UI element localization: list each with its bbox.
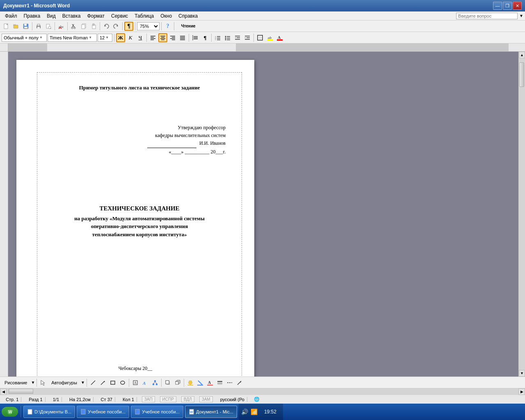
save-button[interactable]: [21, 22, 30, 31]
bold-button[interactable]: Ж: [116, 33, 125, 42]
textbox-button[interactable]: A: [131, 378, 140, 387]
autoshapes-button[interactable]: Автофигуры: [48, 378, 80, 387]
align-justify-button[interactable]: [178, 33, 187, 42]
search-dropdown-icon[interactable]: ▼: [519, 14, 523, 18]
svg-text:A: A: [142, 381, 146, 386]
help-search-input[interactable]: [456, 13, 518, 19]
menu-table[interactable]: Таблица: [131, 12, 157, 20]
drawing-dropdown-icon[interactable]: ▼: [31, 380, 35, 385]
print-button[interactable]: [34, 22, 43, 31]
autoshapes-dropdown-icon[interactable]: ▼: [81, 380, 85, 385]
taskbar-item-1[interactable]: Учебное пособи...: [77, 406, 129, 418]
tray-icon-1[interactable]: 🔊: [241, 409, 248, 415]
align-left-button[interactable]: [148, 33, 158, 42]
style-dropdown-icon[interactable]: ▼: [39, 36, 43, 39]
taskbar: W D:\Документы В... Учебное пособи... Уч…: [0, 404, 525, 420]
oval-tool-button[interactable]: [118, 378, 127, 387]
italic-button[interactable]: К: [126, 33, 135, 42]
redo-button[interactable]: [112, 22, 121, 31]
dash-style-button[interactable]: [225, 378, 234, 387]
undo-button[interactable]: [102, 22, 111, 31]
line-style-button[interactable]: [215, 378, 224, 387]
rectangle-tool-button[interactable]: [108, 378, 117, 387]
font-selector[interactable]: Times New Roman ▼: [48, 34, 97, 42]
line-tool-button[interactable]: [89, 378, 98, 387]
taskbar-item-3[interactable]: W Документ1 - Mic...: [185, 406, 237, 418]
close-button[interactable]: ✕: [513, 2, 522, 10]
show-formatting-button[interactable]: ¶: [201, 33, 210, 42]
scroll-up-button[interactable]: ▲: [519, 52, 525, 58]
tray-icon-2[interactable]: 📶: [251, 409, 258, 415]
zoom-select[interactable]: 75% 100% 150%: [137, 22, 160, 30]
svg-rect-70: [267, 39, 273, 41]
fill-color-button[interactable]: [186, 378, 195, 387]
restore-button[interactable]: ❐: [503, 2, 512, 10]
minimize-button[interactable]: —: [493, 2, 502, 10]
style-selector[interactable]: Обычный + полу ▼: [2, 34, 47, 42]
taskbar-item-2[interactable]: Учебное пособи...: [131, 406, 183, 418]
taskbar-item-0[interactable]: D:\Документы В...: [23, 406, 75, 418]
help-button[interactable]: ?: [163, 22, 172, 31]
drawing-menu-button[interactable]: Рисование: [2, 378, 30, 387]
bullets-button[interactable]: [223, 33, 232, 42]
shadow-button[interactable]: [163, 378, 172, 387]
align-right-button[interactable]: [168, 33, 177, 42]
menu-edit[interactable]: Правка: [21, 12, 44, 20]
size-dropdown-icon[interactable]: ▼: [105, 36, 109, 39]
svg-marker-65: [245, 37, 246, 38]
menu-window[interactable]: Окно: [157, 12, 175, 20]
horizontal-scrollbar[interactable]: ◀ ▶: [0, 388, 525, 395]
scroll-right-button[interactable]: ▶: [518, 388, 525, 395]
system-clock[interactable]: 19:52: [260, 409, 281, 415]
align-center-button[interactable]: [158, 33, 167, 42]
vertical-scrollbar[interactable]: ▲ ▼: [518, 52, 525, 377]
font-color-draw-button[interactable]: A: [205, 378, 215, 387]
open-button[interactable]: [11, 22, 21, 31]
status-section: Разд 1: [26, 397, 45, 402]
font-size-selector[interactable]: 12 ▼: [98, 34, 112, 42]
cut-button[interactable]: [69, 22, 78, 31]
menu-insert[interactable]: Вставка: [59, 12, 84, 20]
h-scroll-thumb[interactable]: [9, 389, 33, 394]
3d-button[interactable]: [173, 378, 182, 387]
decrease-indent-button[interactable]: [233, 33, 242, 42]
scroll-track[interactable]: [519, 58, 525, 370]
line-spacing-button[interactable]: [191, 33, 200, 42]
svg-marker-61: [235, 37, 236, 38]
font-color-button[interactable]: A: [275, 33, 284, 42]
status-bar: Стр. 1 Разд 1 1/1 На 21,2см Ст 37 Кол 1 …: [0, 395, 525, 404]
copy-button[interactable]: [79, 22, 88, 31]
document-area[interactable]: Пример титульного листа на техническое з…: [8, 52, 518, 377]
scroll-thumb[interactable]: [519, 62, 524, 87]
menu-help[interactable]: Справка: [175, 12, 201, 20]
arrow-style-button[interactable]: [235, 378, 244, 387]
font-dropdown-icon[interactable]: ▼: [89, 36, 92, 39]
wordart-button[interactable]: A: [141, 378, 150, 387]
select-cursor-button[interactable]: [39, 378, 48, 387]
scroll-left-button[interactable]: ◀: [0, 388, 7, 395]
spell-check-button[interactable]: abc: [57, 22, 66, 31]
paste-button[interactable]: [89, 22, 98, 31]
underline-button[interactable]: Ч: [136, 33, 145, 42]
menu-file[interactable]: Файл: [2, 12, 21, 20]
highlight-button[interactable]: ab: [265, 33, 274, 42]
numbering-button[interactable]: 1.2.3.: [213, 33, 222, 42]
menu-tools[interactable]: Сервис: [108, 12, 131, 20]
h-scroll-track[interactable]: [7, 388, 518, 395]
print-preview-button[interactable]: [44, 22, 53, 31]
show-nonprinting-button[interactable]: ¶: [124, 22, 133, 31]
menu-view[interactable]: Вид: [43, 12, 59, 20]
svg-text:A: A: [208, 380, 211, 385]
arrow-tool-button[interactable]: [98, 378, 107, 387]
increase-indent-button[interactable]: [243, 33, 252, 42]
start-button[interactable]: W: [2, 407, 18, 417]
scroll-down-button[interactable]: ▼: [519, 370, 525, 377]
toolbar-separator-8: [174, 22, 174, 30]
menu-format[interactable]: Формат: [84, 12, 108, 20]
svg-rect-6: [24, 27, 27, 28]
diagram-button[interactable]: [151, 378, 160, 387]
line-color-button[interactable]: [196, 378, 205, 387]
borders-button[interactable]: [256, 33, 265, 42]
new-document-button[interactable]: [2, 22, 11, 31]
read-mode-button[interactable]: Чтение: [176, 22, 201, 31]
